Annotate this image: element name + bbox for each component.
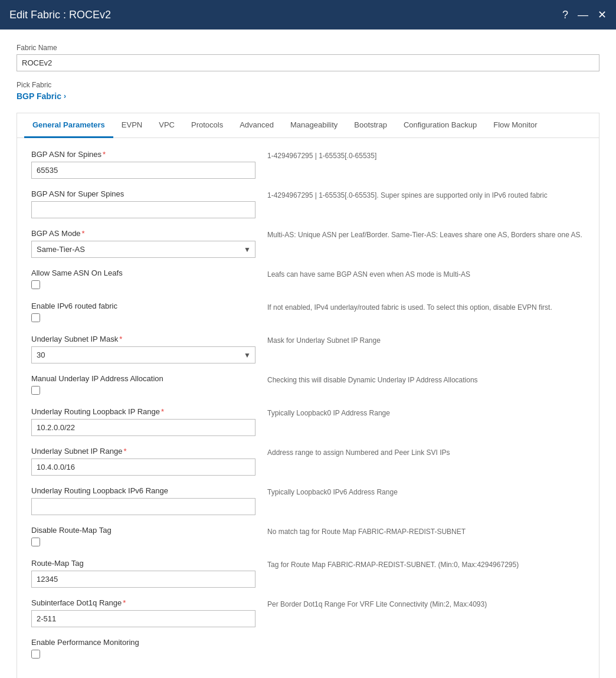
titlebar: Edit Fabric : ROCEv2 ? — ✕ <box>0 0 616 30</box>
edit-fabric-window: Edit Fabric : ROCEv2 ? — ✕ Fabric Name P… <box>0 0 616 678</box>
subinterface-dot1q-input[interactable] <box>31 610 255 627</box>
underlay-routing-loopback-hint: Typically Loopback0 IP Address Range <box>267 407 585 418</box>
manual-underlay-ip-row: Manual Underlay IP Address Allocation Ch… <box>31 374 585 397</box>
underlay-subnet-mask-select[interactable]: 30 29 28 27 <box>31 346 255 363</box>
underlay-subnet-ip-range-label: Underlay Subnet IP Range <box>31 447 255 456</box>
tab-bootstrap[interactable]: Bootstrap <box>346 113 395 138</box>
disable-route-map-tag-hint: No match tag for Route Map FABRIC-RMAP-R… <box>267 526 585 537</box>
allow-same-asn-left: Allow Same ASN On Leafs <box>31 268 255 291</box>
enable-perf-monitoring-hint <box>267 638 585 639</box>
enable-perf-monitoring-row: Enable Performance Monitoring <box>31 638 585 660</box>
enable-ipv6-label: Enable IPv6 routed fabric <box>31 302 255 310</box>
underlay-subnet-mask-row: Underlay Subnet IP Mask 30 29 28 27 ▼ Ma… <box>31 335 585 363</box>
bgp-as-mode-hint: Multi-AS: Unique ASN per Leaf/Border. Sa… <box>267 229 585 240</box>
fabric-name-input[interactable] <box>17 54 599 71</box>
bgp-asn-spines-label: BGP ASN for Spines <box>31 150 255 159</box>
enable-ipv6-checkbox[interactable] <box>31 313 40 322</box>
underlay-subnet-mask-label: Underlay Subnet IP Mask <box>31 335 255 343</box>
route-map-tag-label: Route-Map Tag <box>31 559 255 568</box>
enable-ipv6-left: Enable IPv6 routed fabric <box>31 302 255 324</box>
tab-protocols[interactable]: Protocols <box>183 113 231 138</box>
pick-fabric-label: Pick Fabric <box>17 81 599 89</box>
enable-perf-monitoring-label: Enable Performance Monitoring <box>31 638 255 647</box>
allow-same-asn-checkbox[interactable] <box>31 280 40 289</box>
pick-fabric-section: Pick Fabric BGP Fabric › <box>17 81 599 101</box>
subinterface-dot1q-label: Subinterface Dot1q Range <box>31 598 255 607</box>
underlay-routing-loopback-ipv6-input[interactable] <box>31 498 255 515</box>
bgp-asn-super-spines-row: BGP ASN for Super Spines 1-4294967295 | … <box>31 189 585 218</box>
route-map-tag-hint: Tag for Route Map FABRIC-RMAP-REDIST-SUB… <box>267 559 585 570</box>
titlebar-controls: ? — ✕ <box>562 9 607 20</box>
bgp-as-mode-select[interactable]: Same-Tier-AS Multi-AS <box>31 241 255 258</box>
bgp-asn-super-spines-input[interactable] <box>31 201 255 218</box>
manual-underlay-ip-label: Manual Underlay IP Address Allocation <box>31 374 255 383</box>
enable-perf-monitoring-checkbox[interactable] <box>31 650 40 659</box>
enable-ipv6-hint: If not enabled, IPv4 underlay/routed fab… <box>267 302 585 313</box>
bgp-asn-spines-input[interactable] <box>31 162 255 179</box>
route-map-tag-left: Route-Map Tag <box>31 559 255 588</box>
tab-content-general: BGP ASN for Spines 1-4294967295 | 1-6553… <box>17 138 599 678</box>
subinterface-dot1q-left: Subinterface Dot1q Range <box>31 598 255 627</box>
tab-evpn[interactable]: EVPN <box>113 113 150 138</box>
allow-same-asn-hint: Leafs can have same BGP ASN even when AS… <box>267 268 585 280</box>
tab-configuration-backup[interactable]: Configuration Backup <box>395 113 485 138</box>
bgp-as-mode-left: BGP AS Mode Same-Tier-AS Multi-AS ▼ <box>31 229 255 258</box>
bgp-asn-super-spines-left: BGP ASN for Super Spines <box>31 189 255 218</box>
route-map-tag-input[interactable] <box>31 571 255 588</box>
bgp-asn-spines-hint: 1-4294967295 | 1-65535[.0-65535] <box>267 150 585 161</box>
tab-advanced[interactable]: Advanced <box>231 113 282 138</box>
tab-vpc[interactable]: VPC <box>150 113 183 138</box>
underlay-subnet-mask-hint: Mask for Underlay Subnet IP Range <box>267 335 585 346</box>
help-button[interactable]: ? <box>562 9 568 20</box>
underlay-subnet-ip-range-left: Underlay Subnet IP Range <box>31 447 255 476</box>
tab-flow-monitor[interactable]: Flow Monitor <box>485 113 545 138</box>
bgp-asn-spines-row: BGP ASN for Spines 1-4294967295 | 1-6553… <box>31 150 585 179</box>
bgp-as-mode-label: BGP AS Mode <box>31 229 255 238</box>
close-button[interactable]: ✕ <box>598 9 607 20</box>
subinterface-dot1q-hint: Per Border Dot1q Range For VRF Lite Conn… <box>267 598 585 610</box>
enable-ipv6-row: Enable IPv6 routed fabric If not enabled… <box>31 302 585 324</box>
underlay-routing-loopback-left: Underlay Routing Loopback IP Range <box>31 407 255 436</box>
enable-perf-monitoring-left: Enable Performance Monitoring <box>31 638 255 660</box>
bgp-as-mode-select-wrapper: Same-Tier-AS Multi-AS ▼ <box>31 241 255 258</box>
bgp-asn-super-spines-label: BGP ASN for Super Spines <box>31 189 255 198</box>
disable-route-map-tag-label: Disable Route-Map Tag <box>31 526 255 535</box>
underlay-subnet-ip-range-input[interactable] <box>31 458 255 476</box>
bgp-asn-spines-left: BGP ASN for Spines <box>31 150 255 179</box>
fabric-name-section: Fabric Name <box>17 44 599 71</box>
manual-underlay-ip-checkbox[interactable] <box>31 386 40 395</box>
pick-fabric-link-text: BGP Fabric <box>17 91 61 101</box>
bgp-as-mode-row: BGP AS Mode Same-Tier-AS Multi-AS ▼ Mult… <box>31 229 585 258</box>
underlay-subnet-ip-range-row: Underlay Subnet IP Range Address range t… <box>31 447 585 476</box>
disable-route-map-tag-left: Disable Route-Map Tag <box>31 526 255 548</box>
underlay-subnet-mask-left: Underlay Subnet IP Mask 30 29 28 27 ▼ <box>31 335 255 363</box>
tabs-container: General Parameters EVPN VPC Protocols Ad… <box>17 113 599 678</box>
manual-underlay-ip-hint: Checking this will disable Dynamic Under… <box>267 374 585 385</box>
subinterface-dot1q-row: Subinterface Dot1q Range Per Border Dot1… <box>31 598 585 627</box>
underlay-routing-loopback-ipv6-label: Underlay Routing Loopback IPv6 Range <box>31 486 255 495</box>
underlay-subnet-mask-select-wrapper: 30 29 28 27 ▼ <box>31 346 255 363</box>
tab-general-parameters[interactable]: General Parameters <box>24 113 113 138</box>
bgp-asn-super-spines-hint: 1-4294967295 | 1-65535[.0-65535]. Super … <box>267 189 585 201</box>
disable-route-map-tag-checkbox[interactable] <box>31 538 40 546</box>
fabric-name-label: Fabric Name <box>17 44 599 52</box>
pick-fabric-link[interactable]: BGP Fabric › <box>17 91 66 101</box>
underlay-routing-loopback-ipv6-row: Underlay Routing Loopback IPv6 Range Typ… <box>31 486 585 515</box>
underlay-routing-loopback-ipv6-hint: Typically Loopback0 IPv6 Address Range <box>267 486 585 497</box>
tab-manageability[interactable]: Manageability <box>282 113 346 138</box>
allow-same-asn-label: Allow Same ASN On Leafs <box>31 268 123 277</box>
tabs-header: General Parameters EVPN VPC Protocols Ad… <box>17 113 599 138</box>
route-map-tag-row: Route-Map Tag Tag for Route Map FABRIC-R… <box>31 559 585 588</box>
underlay-routing-loopback-input[interactable] <box>31 419 255 436</box>
allow-same-asn-label-row: Allow Same ASN On Leafs <box>31 268 255 280</box>
underlay-routing-loopback-ipv6-left: Underlay Routing Loopback IPv6 Range <box>31 486 255 515</box>
manual-underlay-ip-left: Manual Underlay IP Address Allocation <box>31 374 255 397</box>
chevron-right-icon: › <box>64 92 66 100</box>
underlay-routing-loopback-row: Underlay Routing Loopback IP Range Typic… <box>31 407 585 436</box>
underlay-subnet-ip-range-hint: Address range to assign Numbered and Pee… <box>267 447 585 458</box>
content-area: Fabric Name Pick Fabric BGP Fabric › Gen… <box>0 30 616 678</box>
window-title: Edit Fabric : ROCEv2 <box>9 9 111 21</box>
minimize-button[interactable]: — <box>578 9 588 20</box>
disable-route-map-tag-row: Disable Route-Map Tag No match tag for R… <box>31 526 585 548</box>
allow-same-asn-row: Allow Same ASN On Leafs Leafs can have s… <box>31 268 585 291</box>
